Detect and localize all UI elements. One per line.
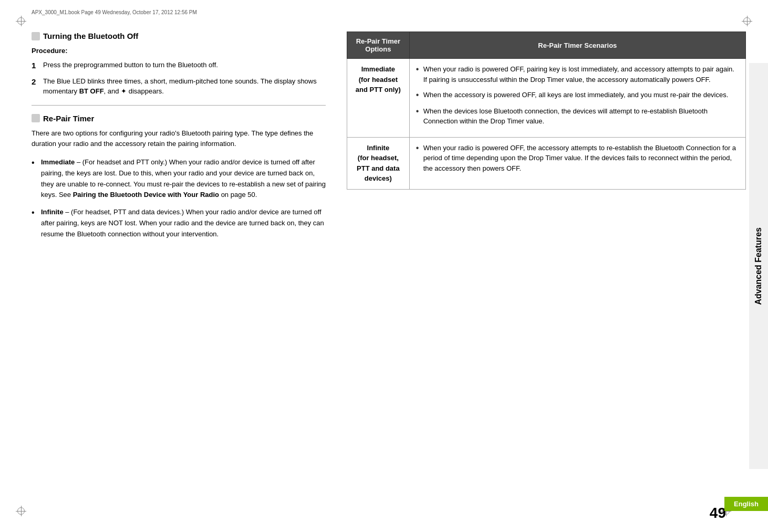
section1-icon <box>32 32 40 40</box>
table-row-immediate: Immediate (for headset and PTT only) • W… <box>347 59 746 138</box>
infinite-scenarios: • When your radio is powered OFF, the ac… <box>409 137 745 189</box>
section2-body: There are two options for configuring yo… <box>32 128 326 150</box>
step-2-num: 2 <box>32 76 43 97</box>
bullet-infinite-text: Infinite – (For headset, PTT and data de… <box>41 207 326 239</box>
section1-title: Turning the Bluetooth Off <box>43 32 138 40</box>
step-2-text: The Blue LED blinks three times, a short… <box>43 76 326 97</box>
file-info: APX_3000_M1.book Page 49 Wednesday, Octo… <box>32 9 197 15</box>
scenario-2a: • When your radio is powered OFF, the ac… <box>416 143 739 174</box>
scenario-dot-1a: • <box>416 64 423 75</box>
table-row-infinite: Infinite (for headset, PTT and data devi… <box>347 137 746 189</box>
bullet-immediate-text: Immediate – (For headset and PTT only.) … <box>41 157 326 201</box>
bullet-dot-1: • <box>32 157 41 201</box>
step-1-text: Press the preprogrammed button to turn t… <box>43 60 326 72</box>
divider-1 <box>32 105 326 106</box>
scenario-text-1b: When the accessory is powered OFF, all k… <box>423 90 739 100</box>
advanced-features-sidebar: Advanced Features <box>749 63 768 469</box>
bullet-infinite: • Infinite – (For headset, PTT and data … <box>32 207 326 239</box>
scenario-text-2a: When your radio is powered OFF, the acce… <box>423 143 739 174</box>
step-1: 1 Press the preprogrammed button to turn… <box>32 60 326 72</box>
scenario-1a: • When your radio is powered OFF, pairin… <box>416 64 739 85</box>
scenario-dot-2a: • <box>416 143 423 154</box>
repair-timer-table: Re-Pair Timer Options Re-Pair Timer Scen… <box>347 32 746 190</box>
bullet-dot-2: • <box>32 207 41 239</box>
bullet-immediate: • Immediate – (For headset and PTT only.… <box>32 157 326 201</box>
section1-heading: Turning the Bluetooth Off <box>32 32 326 40</box>
section2-title: Re-Pair Timer <box>43 114 94 123</box>
immediate-scenarios: • When your radio is powered OFF, pairin… <box>409 59 745 138</box>
language-label: English <box>724 497 768 511</box>
step-1-num: 1 <box>32 60 43 72</box>
step-2: 2 The Blue LED blinks three times, a sho… <box>32 76 326 97</box>
section2-heading: Re-Pair Timer <box>32 114 326 123</box>
page-content: Turning the Bluetooth Off Procedure: 1 P… <box>32 32 736 500</box>
scenario-text-1a: When your radio is powered OFF, pairing … <box>423 64 739 85</box>
crosshair-top-right <box>742 16 752 26</box>
scenario-dot-1b: • <box>416 90 423 101</box>
scenario-1c: • When the devices lose Bluetooth connec… <box>416 106 739 127</box>
advanced-features-label: Advanced Features <box>754 227 763 305</box>
infinite-label: Infinite (for headset, PTT and data devi… <box>347 137 410 189</box>
procedure-label: Procedure: <box>32 47 326 55</box>
col2-header: Re-Pair Timer Scenarios <box>409 32 745 59</box>
scenario-text-1c: When the devices lose Bluetooth connecti… <box>423 106 739 127</box>
col1-header: Re-Pair Timer Options <box>347 32 410 59</box>
scenario-1b: • When the accessory is powered OFF, all… <box>416 90 739 101</box>
page-number: 49 <box>710 505 726 521</box>
left-column: Turning the Bluetooth Off Procedure: 1 P… <box>32 32 326 246</box>
scenario-dot-1c: • <box>416 106 423 117</box>
section2-icon <box>32 114 40 122</box>
crosshair-bottom-left <box>16 506 26 516</box>
right-column: Re-Pair Timer Options Re-Pair Timer Scen… <box>347 32 746 190</box>
immediate-label: Immediate (for headset and PTT only) <box>347 59 410 138</box>
crosshair-top-left <box>16 16 26 26</box>
